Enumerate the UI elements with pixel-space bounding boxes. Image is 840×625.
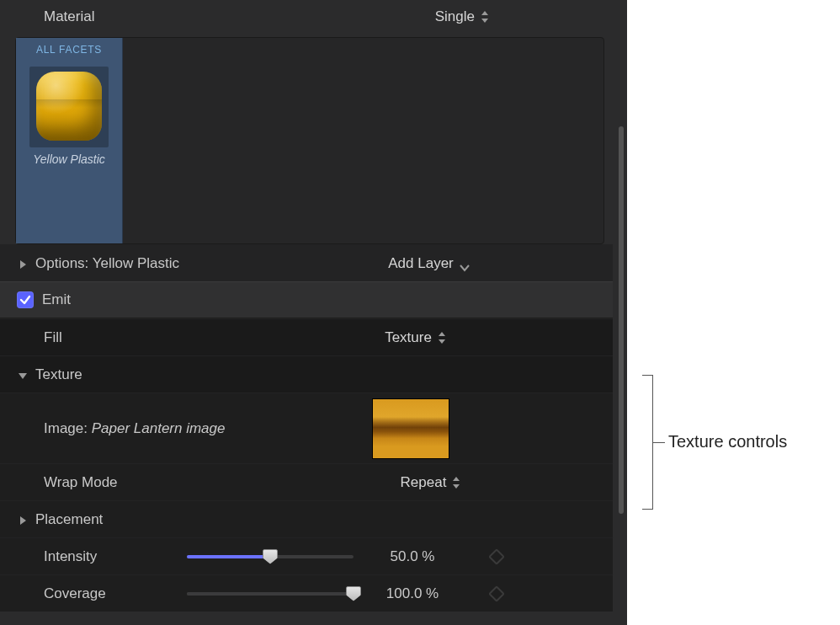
callout-text: Texture controls: [668, 432, 787, 451]
wrap-mode-row: Wrap Mode Repeat: [0, 463, 613, 500]
stepper-icon: [451, 475, 461, 490]
keyframe-icon: [488, 548, 505, 565]
options-label: Options: Yellow Plastic: [35, 255, 370, 272]
options-row: Options: Yellow Plastic Add Layer: [0, 244, 613, 281]
keyframe-icon: [488, 585, 505, 602]
placement-row: Placement: [0, 500, 613, 537]
vertical-scrollbar[interactable]: [619, 126, 624, 514]
intensity-keyframe-button[interactable]: [471, 551, 522, 563]
annotation-callout: Texture controls: [631, 375, 840, 518]
stepper-icon: [437, 330, 447, 345]
texture-label: Texture: [35, 366, 82, 383]
add-layer-menu[interactable]: Add Layer: [388, 255, 471, 272]
intensity-row: Intensity 50.0 %: [0, 537, 613, 574]
slider-thumb-icon[interactable]: [263, 549, 278, 564]
parameter-list: Options: Yellow Plastic Add Layer Emit: [0, 244, 613, 612]
chevron-down-icon: [459, 259, 471, 268]
intensity-value[interactable]: 50.0 %: [354, 548, 471, 565]
image-prefix: Image:: [44, 420, 92, 436]
wrap-mode-label: Wrap Mode: [44, 474, 372, 491]
placement-label: Placement: [35, 511, 103, 528]
material-preview[interactable]: [29, 67, 109, 147]
facet-tab-all[interactable]: ALL FACETS: [16, 38, 122, 61]
fill-value: Texture: [385, 329, 432, 346]
disclosure-right-icon[interactable]: [17, 514, 29, 526]
disclosure-right-icon[interactable]: [17, 258, 29, 270]
facet-name: Yellow Plastic: [16, 151, 122, 166]
disclosure-down-icon[interactable]: [17, 369, 29, 381]
callout-tick-icon: [653, 442, 665, 443]
fill-select[interactable]: Texture: [385, 329, 447, 346]
preview-swatch-icon: [36, 72, 102, 141]
coverage-row: Coverage 100.0 %: [0, 574, 613, 612]
inspector-panel: Material Single ALL FACETS Yellow Plasti…: [0, 0, 627, 625]
coverage-label: Coverage: [44, 585, 187, 602]
texture-swatch-icon: [372, 398, 449, 459]
emit-row[interactable]: Emit: [0, 281, 613, 318]
wrap-mode-value: Repeat: [401, 474, 447, 491]
panel-inner: Material Single ALL FACETS Yellow Plasti…: [0, 0, 613, 625]
emit-checkbox[interactable]: [17, 291, 34, 308]
intensity-label: Intensity: [44, 548, 187, 565]
texture-image-row: Image: Paper Lantern image: [0, 393, 613, 463]
fill-label: Fill: [17, 329, 357, 346]
intensity-slider[interactable]: [187, 555, 354, 558]
coverage-keyframe-button[interactable]: [471, 588, 522, 600]
add-layer-label: Add Layer: [388, 255, 454, 272]
texture-row: Texture: [0, 355, 613, 393]
material-mode-value: Single: [435, 8, 475, 25]
material-mode-select[interactable]: Single: [435, 8, 490, 25]
emit-label: Emit: [42, 291, 71, 308]
coverage-slider[interactable]: [187, 592, 354, 596]
material-header-row: Material Single: [0, 0, 613, 34]
texture-image-well[interactable]: [372, 398, 449, 459]
fill-row: Fill Texture: [0, 318, 613, 355]
material-label: Material: [44, 8, 397, 25]
facet-tile[interactable]: ALL FACETS Yellow Plastic: [16, 38, 123, 243]
wrap-mode-select[interactable]: Repeat: [401, 474, 462, 491]
stepper-icon: [480, 9, 490, 24]
facets-strip: ALL FACETS Yellow Plastic: [15, 37, 604, 244]
callout-bracket-icon: [631, 375, 653, 510]
coverage-value[interactable]: 100.0 %: [354, 585, 471, 602]
image-name: Paper Lantern image: [92, 420, 226, 436]
